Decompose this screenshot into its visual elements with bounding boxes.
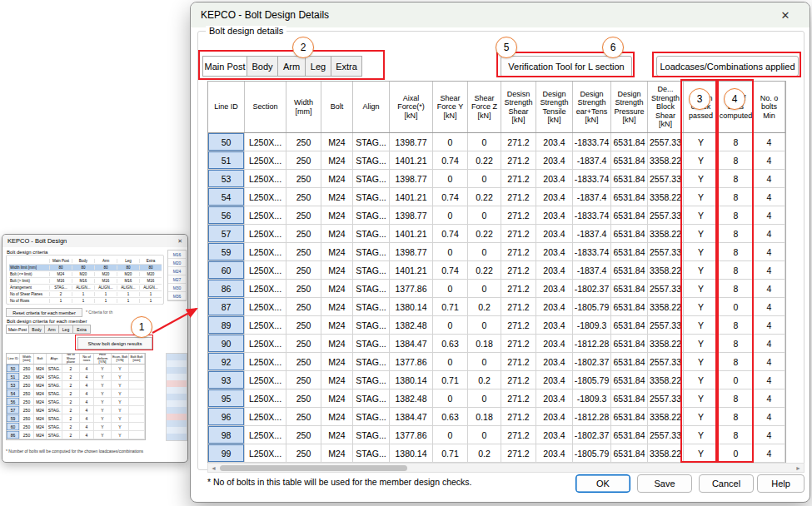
close-icon[interactable]: ✕ [177,238,182,245]
line-id-cell[interactable]: 99 [208,444,245,462]
line-id-cell[interactable]: 92 [208,353,245,370]
criteria-value-cell[interactable]: ALIGN... [72,285,94,290]
line-id-cell[interactable]: 87 [208,298,245,315]
mini-cell: 4 [80,365,94,372]
mini-line-id-cell[interactable]: 57 [7,406,20,414]
criteria-value-cell[interactable]: 1 [139,292,162,296]
help-button[interactable]: Help [757,474,805,493]
column-header-shear: Shear Force Z [kN] [468,82,501,132]
mini-line-id-cell[interactable]: 50 [7,365,20,372]
table-row: 59L250X...250M24STAG...1398.7700271.2203… [208,243,785,261]
mini-line-id-cell[interactable]: 54 [7,389,20,397]
line-id-cell[interactable]: 59 [208,243,245,260]
criteria-value-cell[interactable]: M16 [139,279,162,283]
criteria-value-cell[interactable]: 1 [94,292,117,296]
criteria-value-cell[interactable]: 1 [117,299,139,303]
mini-tab-main-post[interactable]: Main Post [6,325,29,334]
tab-body[interactable]: Body [247,56,278,77]
criteria-value-cell[interactable]: 1 [139,299,162,303]
criteria-value-cell[interactable]: 1 [72,292,94,296]
line-id-cell[interactable]: 56 [208,206,245,224]
tab-main-post[interactable]: Main Post [202,56,247,77]
bolt-spec-list[interactable]: M16M20M24M27M30M36 [167,250,187,301]
close-icon[interactable]: ✕ [771,9,800,22]
line-id-cell[interactable]: 98 [208,426,245,444]
show-bolt-design-results-button[interactable]: Show bolt design results [77,337,152,350]
mini-tab-body[interactable]: Body [28,325,45,334]
mini-line-id-cell[interactable]: 86 [7,431,20,439]
criteria-value-cell[interactable]: M16 [72,279,94,283]
line-id-cell[interactable]: 93 [208,371,245,389]
criteria-value-cell[interactable]: M20 [72,272,94,276]
scroll-left-icon[interactable]: ◄ [211,464,217,473]
criteria-value-cell[interactable]: M16 [117,279,139,283]
bolt-spec-item[interactable]: M16 [168,251,186,259]
cell: STAG... [353,298,390,315]
bolt-spec-item[interactable]: M24 [168,267,186,275]
criteria-value-cell[interactable]: M20 [117,272,139,276]
criteria-value-cell[interactable]: 80 [117,265,139,270]
line-id-cell[interactable]: 50 [208,133,245,151]
bolt-spec-item[interactable]: M30 [168,284,186,292]
tab-leg[interactable]: Leg [305,56,331,77]
loadcases-combinations-button[interactable]: Loadcases/Combinations applied [656,56,799,77]
mini-tab-leg[interactable]: Leg [58,325,73,334]
line-id-cell[interactable]: 89 [208,316,245,334]
criteria-value-cell[interactable]: 80 [72,265,94,270]
verification-tool-button[interactable]: Verification Tool for L section [501,56,632,77]
criteria-value-cell[interactable]: 80 [49,265,72,270]
mini-line-id-cell[interactable]: 59 [7,414,20,422]
tab-extra[interactable]: Extra [331,56,362,77]
criteria-value-cell[interactable]: M16 [94,279,117,283]
line-id-cell[interactable]: 96 [208,408,245,425]
horizontal-scrollbar[interactable]: ◄ ► [207,463,805,473]
criteria-value-cell[interactable]: 2 [49,292,72,296]
cell: 1382.48 [390,316,433,334]
criteria-value-cell[interactable]: M24 [49,272,72,276]
line-id-cell[interactable]: 53 [208,170,245,187]
tab-arm[interactable]: Arm [277,56,306,77]
save-button[interactable]: Save [637,474,692,493]
mini-tab-arm[interactable]: Arm [44,325,59,334]
mini-line-id-cell[interactable]: 51 [7,373,20,380]
scrollbar-thumb[interactable] [220,465,407,471]
line-id-cell[interactable]: 60 [208,261,245,279]
criteria-value-cell[interactable]: M16 [49,279,72,283]
criteria-value-cell[interactable]: 1 [117,292,139,296]
bolt-spec-item[interactable]: M20 [168,259,186,267]
criteria-value-cell[interactable]: ALIGN... [94,285,117,290]
cancel-button[interactable]: Cancel [699,474,754,493]
reset-criteria-button[interactable]: Reset criteria for each member [6,308,82,317]
criteria-value-cell[interactable]: ALIGN... [117,285,139,290]
line-id-cell[interactable]: 86 [208,280,245,297]
line-id-cell[interactable]: 90 [208,335,245,352]
line-id-cell[interactable]: 95 [208,389,245,407]
cell: 0 [468,353,501,370]
criteria-value-cell[interactable]: M20 [139,272,162,276]
criteria-value-cell[interactable]: 1 [94,299,117,303]
titlebar[interactable]: KEPCO - Bolt Design Details ✕ [191,2,810,27]
line-id-cell[interactable]: 51 [208,151,245,169]
table-row: 87L250X...250M24STAG...1380.140.710.2271… [208,298,785,316]
criteria-value-cell[interactable]: 80 [94,265,117,270]
criteria-value-cell[interactable]: 1 [49,299,72,303]
mini-tab-extra[interactable]: Extra [72,325,91,334]
cell: 1380.14 [390,298,433,315]
titlebar[interactable]: KEPCO - Bolt Design ✕ [2,235,187,247]
criteria-value-cell[interactable]: 1 [72,299,94,303]
mini-line-id-cell[interactable]: 60 [7,423,20,430]
bolt-spec-item[interactable]: M36 [168,292,186,300]
criteria-row-label: Bolt (> limit) [9,279,49,283]
criteria-value-cell[interactable]: ALIGN... [139,285,162,290]
ok-button[interactable]: OK [575,474,630,493]
criteria-value-cell[interactable]: M20 [94,272,117,276]
table-row: 93L250X...250M24STAG...1380.140.710.2271… [208,371,785,389]
bolt-spec-item[interactable]: M27 [168,275,186,284]
criteria-value-cell[interactable]: 80 [139,265,162,270]
mini-line-id-cell[interactable]: 56 [7,398,20,405]
line-id-cell[interactable]: 57 [208,225,245,242]
mini-line-id-cell[interactable]: 53 [7,381,20,389]
line-id-cell[interactable]: 54 [208,188,245,206]
scroll-right-icon[interactable]: ► [795,464,801,473]
criteria-value-cell[interactable]: STAG... [49,285,72,290]
